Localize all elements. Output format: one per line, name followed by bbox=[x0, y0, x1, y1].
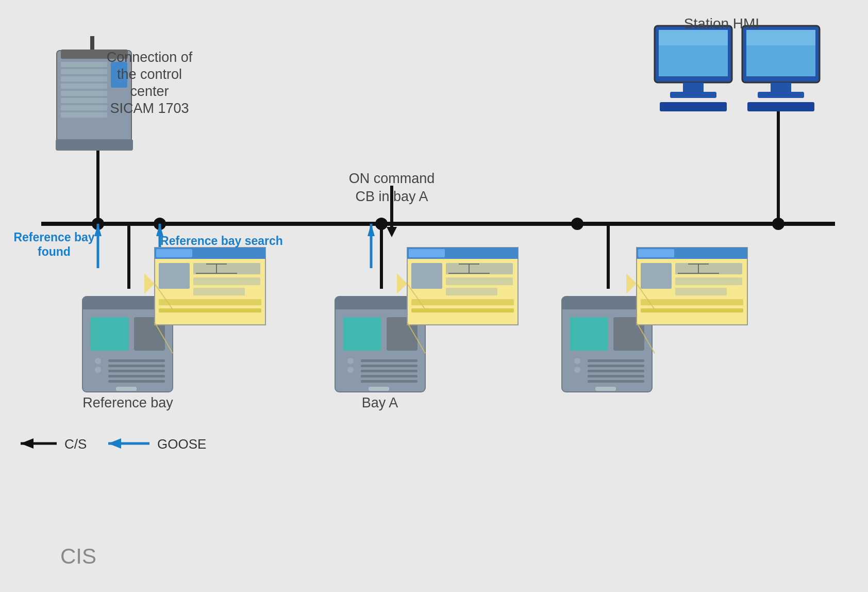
svg-rect-39 bbox=[193, 277, 260, 285]
svg-rect-31 bbox=[108, 380, 165, 383]
svg-marker-60 bbox=[397, 273, 407, 294]
svg-rect-65 bbox=[446, 263, 513, 274]
svg-rect-2 bbox=[61, 76, 107, 81]
svg-rect-84 bbox=[588, 375, 644, 377]
ref-bay-found-line1: Reference bay bbox=[13, 231, 94, 244]
svg-rect-59 bbox=[369, 387, 389, 391]
svg-rect-11 bbox=[683, 83, 704, 93]
svg-rect-41 bbox=[159, 299, 261, 305]
svg-rect-96 bbox=[641, 308, 743, 313]
svg-rect-58 bbox=[361, 380, 418, 383]
svg-rect-37 bbox=[159, 263, 190, 289]
svg-rect-19 bbox=[747, 102, 814, 111]
svg-rect-4 bbox=[61, 91, 107, 96]
svg-rect-5 bbox=[61, 98, 107, 103]
monitor-2 bbox=[742, 26, 820, 111]
sicam-title-line2: the control bbox=[117, 67, 182, 82]
svg-rect-92 bbox=[675, 263, 742, 274]
svg-rect-42 bbox=[159, 308, 261, 313]
svg-rect-94 bbox=[675, 288, 727, 295]
svg-point-53 bbox=[347, 367, 354, 373]
svg-rect-54 bbox=[361, 359, 418, 362]
svg-rect-91 bbox=[641, 263, 672, 289]
svg-rect-56 bbox=[361, 370, 418, 372]
ied-bayc-popup bbox=[626, 248, 747, 325]
svg-rect-57 bbox=[361, 375, 418, 377]
svg-point-25 bbox=[95, 358, 101, 364]
svg-rect-18 bbox=[758, 92, 804, 98]
svg-rect-95 bbox=[641, 299, 743, 305]
diagram-container: Connection of the control center SICAM 1… bbox=[0, 0, 868, 592]
svg-rect-64 bbox=[411, 263, 442, 289]
svg-rect-36 bbox=[156, 249, 192, 257]
on-command-line2: CB in bay A bbox=[355, 189, 428, 204]
legend-cs-text: C/S bbox=[64, 436, 87, 452]
svg-rect-13 bbox=[660, 102, 727, 111]
svg-rect-81 bbox=[588, 359, 644, 362]
svg-rect-29 bbox=[108, 370, 165, 372]
svg-rect-7 bbox=[61, 112, 107, 118]
svg-rect-30 bbox=[108, 375, 165, 377]
svg-rect-10 bbox=[659, 30, 728, 45]
cis-label: CIS bbox=[60, 544, 96, 568]
sicam-title-line4: SICAM 1703 bbox=[110, 101, 189, 116]
ied-ref-popup bbox=[144, 248, 265, 325]
svg-rect-16 bbox=[746, 30, 815, 45]
svg-rect-27 bbox=[108, 359, 165, 362]
ref-bay-found-line2: found bbox=[38, 245, 71, 258]
bay-a-label: Bay A bbox=[362, 395, 398, 410]
on-command-arrowhead bbox=[387, 227, 397, 237]
svg-rect-17 bbox=[771, 83, 791, 93]
svg-rect-32 bbox=[116, 387, 137, 391]
ied-baya-popup bbox=[397, 248, 518, 325]
ref-bay-bottom-label: Reference bay bbox=[82, 395, 173, 410]
svg-rect-85 bbox=[588, 380, 644, 383]
ref-bay-search-label: Reference bay search bbox=[160, 234, 283, 248]
svg-rect-38 bbox=[193, 263, 260, 274]
svg-rect-23 bbox=[90, 317, 129, 351]
bus-dot-4 bbox=[571, 218, 583, 230]
svg-rect-55 bbox=[361, 365, 418, 367]
monitor-1 bbox=[655, 26, 732, 111]
svg-rect-3 bbox=[61, 84, 107, 89]
svg-rect-93 bbox=[675, 277, 742, 285]
legend-goose-text: GOOSE bbox=[157, 436, 206, 452]
svg-rect-0 bbox=[61, 62, 107, 67]
sicam-title-line1: Connection of bbox=[107, 50, 193, 65]
svg-rect-86 bbox=[595, 387, 616, 391]
sicam-title-line3: center bbox=[130, 84, 169, 99]
svg-rect-40 bbox=[193, 288, 245, 295]
svg-point-80 bbox=[574, 367, 580, 373]
svg-point-26 bbox=[95, 367, 101, 373]
svg-rect-67 bbox=[446, 288, 497, 295]
svg-rect-82 bbox=[588, 365, 644, 367]
svg-rect-28 bbox=[108, 365, 165, 367]
svg-rect-12 bbox=[670, 92, 716, 98]
svg-rect-90 bbox=[638, 249, 674, 257]
svg-rect-1 bbox=[61, 69, 107, 74]
svg-rect-63 bbox=[409, 249, 445, 257]
svg-marker-33 bbox=[144, 273, 155, 294]
svg-rect-50 bbox=[343, 317, 381, 351]
svg-rect-69 bbox=[411, 308, 514, 313]
svg-rect-66 bbox=[446, 277, 513, 285]
svg-rect-6 bbox=[61, 105, 107, 110]
legend-cs-arrowhead bbox=[21, 438, 34, 449]
on-command-line1: ON command bbox=[349, 171, 435, 186]
station-hmi-label: Station HMI bbox=[684, 15, 759, 31]
svg-rect-68 bbox=[411, 299, 514, 305]
svg-marker-87 bbox=[626, 273, 637, 294]
legend-goose-arrowhead bbox=[108, 438, 121, 449]
svg-point-52 bbox=[347, 358, 354, 364]
svg-rect-83 bbox=[588, 370, 644, 372]
svg-point-79 bbox=[574, 358, 580, 364]
svg-rect-77 bbox=[570, 317, 608, 351]
sicam-base bbox=[56, 139, 133, 151]
